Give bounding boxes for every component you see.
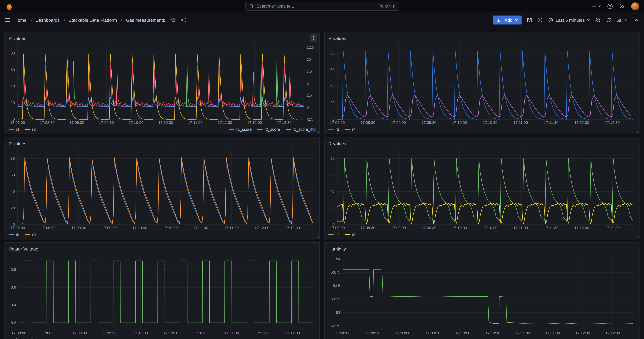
- legend-label: r4: [352, 127, 355, 131]
- svg-text:20: 20: [330, 100, 334, 105]
- panel-title[interactable]: R-values: [8, 36, 26, 41]
- user-avatar[interactable]: [631, 2, 639, 10]
- legend-r1_score_lttb[interactable]: r1_score_lttb: [286, 127, 316, 131]
- panel-menu-button[interactable]: [310, 34, 317, 42]
- mega-menu-toggle[interactable]: [5, 17, 10, 23]
- chart-area[interactable]: 17:08:0017:08:3017:09:0017:09:3017:10:00…: [8, 147, 316, 231]
- svg-text:17:10:00: 17:10:00: [452, 120, 467, 125]
- panel-title[interactable]: R-values: [8, 141, 26, 146]
- help-button[interactable]: [607, 3, 613, 9]
- svg-text:17:12:30: 17:12:30: [285, 331, 300, 335]
- question-circle-icon: [607, 3, 613, 9]
- legend-label: r1_score_lttb: [293, 127, 316, 131]
- legend-r4[interactable]: r4: [344, 127, 355, 131]
- panel-header: R-values: [328, 140, 636, 147]
- legend-r1_score[interactable]: r1_score: [229, 127, 252, 131]
- svg-text:17:12:30: 17:12:30: [605, 120, 620, 125]
- breadcrumb-dashboards[interactable]: Dashboards: [35, 18, 60, 22]
- chart-area[interactable]: 17:08:0017:08:3017:09:0017:09:3017:10:00…: [328, 147, 636, 231]
- zoom-out-icon: [596, 17, 601, 23]
- time-series-plot[interactable]: 17:08:0017:08:3017:09:0017:09:3017:10:00…: [8, 42, 316, 126]
- top-navigation-bar: Search or jump to... ctrl+k: [0, 0, 644, 12]
- legend-r2[interactable]: r2: [25, 127, 36, 131]
- panel-resize-handle[interactable]: [636, 130, 638, 133]
- svg-text:53.75: 53.75: [331, 270, 340, 274]
- legend: r5r6: [8, 231, 316, 238]
- svg-text:40: 40: [11, 189, 15, 194]
- legend-swatch: [25, 128, 30, 130]
- svg-text:52.75: 52.75: [331, 324, 340, 328]
- panel-title[interactable]: R-values: [328, 36, 346, 41]
- svg-text:0: 0: [307, 105, 309, 110]
- legend-label: heatervoltage: [16, 338, 40, 339]
- panel-resize-handle[interactable]: [316, 236, 319, 238]
- svg-text:40: 40: [330, 84, 334, 88]
- legend-label: r7: [336, 232, 339, 236]
- save-dashboard-button[interactable]: [526, 17, 532, 23]
- svg-text:17:12:00: 17:12:00: [574, 226, 589, 230]
- search-input[interactable]: Search or jump to... ctrl+k: [245, 2, 399, 10]
- svg-text:17:12:30: 17:12:30: [605, 226, 620, 230]
- new-menu-button[interactable]: [591, 4, 601, 9]
- svg-text:54: 54: [336, 257, 340, 261]
- panel-resize-handle[interactable]: [316, 130, 319, 133]
- breadcrumb-folder[interactable]: Stackable Data Platform: [69, 18, 117, 22]
- chart-area[interactable]: 17:08:0017:08:3017:09:0017:09:3017:10:00…: [8, 42, 316, 126]
- panel-r-values-1: R-values17:08:0017:08:3017:09:0017:09:30…: [4, 32, 320, 134]
- time-series-plot[interactable]: 17:08:0017:08:3017:09:0017:09:3017:10:00…: [328, 147, 636, 231]
- legend-humidity[interactable]: humidity: [328, 338, 350, 339]
- chart-area[interactable]: 17:08:0017:08:3017:09:0017:09:3017:10:00…: [328, 42, 636, 126]
- legend-r3[interactable]: r3: [328, 127, 339, 131]
- time-series-plot[interactable]: 17:08:0017:08:3017:09:0017:09:3017:10:00…: [8, 147, 316, 231]
- panel-title[interactable]: R-values: [328, 141, 346, 146]
- panel-title[interactable]: Heater Voltage: [8, 246, 38, 251]
- panel-resize-handle[interactable]: [636, 236, 638, 238]
- refresh-interval-picker[interactable]: 5s: [616, 18, 627, 22]
- panel-humidity: Humidity17:08:0017:08:3017:09:0017:09:30…: [324, 242, 640, 339]
- legend-r1[interactable]: r1: [8, 127, 19, 131]
- panel-header: R-values: [328, 34, 636, 42]
- legend-r7[interactable]: r7: [328, 232, 339, 236]
- svg-text:53.5: 53.5: [333, 284, 340, 288]
- chevron-down-icon: [515, 19, 518, 21]
- dashboard-settings-button[interactable]: [537, 17, 543, 23]
- svg-text:17:09:00: 17:09:00: [71, 226, 86, 230]
- time-series-plot[interactable]: 17:08:0017:08:3017:09:0017:09:3017:10:00…: [8, 252, 316, 336]
- svg-text:0: 0: [332, 222, 334, 227]
- svg-text:17:08:30: 17:08:30: [40, 120, 55, 125]
- panel-title[interactable]: Humidity: [328, 246, 346, 251]
- svg-text:12.5: 12.5: [307, 45, 314, 50]
- search-placeholder: Search or jump to...: [256, 4, 294, 9]
- favorite-button[interactable]: [170, 17, 176, 23]
- legend-r6[interactable]: r6: [25, 232, 36, 236]
- refresh-button[interactable]: [606, 18, 612, 22]
- svg-text:17:11:00: 17:11:00: [516, 331, 530, 335]
- legend-heatervoltage[interactable]: heatervoltage: [8, 338, 40, 339]
- legend-r5[interactable]: r5: [8, 232, 19, 236]
- time-series-plot[interactable]: 17:08:0017:08:3017:09:0017:09:3017:10:00…: [328, 42, 636, 126]
- svg-text:17:11:00: 17:11:00: [514, 226, 528, 230]
- svg-text:0.2: 0.2: [11, 320, 16, 325]
- legend-label: r2_score: [264, 127, 280, 131]
- time-range-picker[interactable]: Last 5 minutes: [548, 18, 590, 22]
- keyboard-icon: [378, 4, 383, 8]
- legend-r2_score[interactable]: r2_score: [257, 127, 280, 131]
- search-icon: [249, 4, 254, 9]
- svg-text:17:09:30: 17:09:30: [102, 226, 116, 230]
- time-series-plot[interactable]: 17:08:0017:08:3017:09:0017:09:3017:10:00…: [328, 252, 636, 336]
- legend-label: r1_score: [236, 127, 252, 131]
- zoom-out-time-button[interactable]: [596, 17, 601, 23]
- svg-text:17:09:30: 17:09:30: [102, 331, 118, 335]
- add-panel-button[interactable]: Add: [493, 16, 521, 24]
- legend-r8[interactable]: r8: [344, 232, 355, 236]
- share-button[interactable]: [180, 17, 186, 23]
- chart-area[interactable]: 17:08:0017:08:3017:09:0017:09:3017:10:00…: [328, 252, 636, 336]
- breadcrumb-home[interactable]: Home: [14, 18, 26, 22]
- grafana-logo[interactable]: [5, 2, 14, 10]
- svg-text:17:09:00: 17:09:00: [391, 120, 406, 125]
- chart-area[interactable]: 17:08:0017:08:3017:09:0017:09:3017:10:00…: [8, 252, 316, 336]
- collapse-toolbar-button[interactable]: [634, 18, 639, 22]
- svg-text:17:11:30: 17:11:30: [224, 331, 239, 335]
- news-button[interactable]: [619, 3, 625, 9]
- rss-icon: [619, 3, 625, 9]
